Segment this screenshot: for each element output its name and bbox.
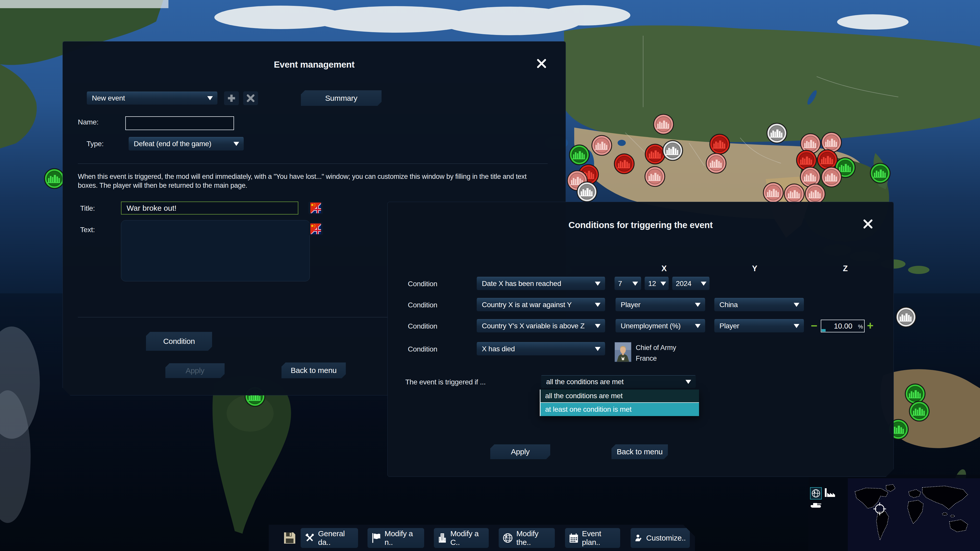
- language-flag-icon[interactable]: [308, 222, 323, 235]
- map-marker-pink[interactable]: [653, 114, 674, 135]
- text-label: Text:: [80, 226, 95, 234]
- chevron-down-icon: [701, 282, 706, 286]
- minimap-world[interactable]: [848, 478, 980, 551]
- close-icon[interactable]: [860, 216, 876, 232]
- map-marker-green[interactable]: [909, 401, 930, 422]
- taskbar-button-label: Customize..: [646, 534, 686, 542]
- map-marker-gray[interactable]: [896, 306, 916, 327]
- trigger-label: The event is triggered if ...: [405, 378, 486, 386]
- minimap-panel: [808, 475, 980, 551]
- map-marker-pink[interactable]: [644, 166, 665, 187]
- divider: [78, 164, 548, 164]
- trigger-select[interactable]: all the conditions are met: [541, 375, 696, 388]
- apply-button[interactable]: Apply: [165, 363, 224, 378]
- country-x-select[interactable]: Player: [615, 298, 705, 311]
- day-value: 7: [618, 279, 622, 288]
- apply-button[interactable]: Apply: [490, 445, 550, 459]
- flag-icon: [372, 532, 381, 544]
- building-icon: [438, 532, 447, 544]
- taskbar-event-planner-button[interactable]: Event plan..: [565, 528, 620, 548]
- map-marker-green[interactable]: [870, 163, 891, 184]
- taskbar-button-label: Event plan..: [582, 529, 616, 547]
- condition-type-select[interactable]: X has died: [476, 342, 605, 356]
- input-handle[interactable]: [821, 329, 826, 332]
- map-marker-red[interactable]: [709, 134, 730, 155]
- map-marker-gray[interactable]: [662, 140, 683, 161]
- month-select[interactable]: 12: [644, 277, 669, 290]
- event-select[interactable]: New event: [86, 92, 218, 105]
- map-marker-red[interactable]: [614, 153, 635, 174]
- taskbar-customize-button[interactable]: Customize..: [631, 528, 690, 548]
- condition-type-select[interactable]: Date X has been reached: [476, 277, 605, 290]
- taskbar-general-data-button[interactable]: General da..: [301, 528, 358, 548]
- chevron-down-icon: [794, 324, 799, 328]
- type-select[interactable]: Defeat (end of the game): [128, 137, 244, 151]
- back-to-menu-button[interactable]: Back to menu: [282, 362, 346, 378]
- country-y-select[interactable]: China: [714, 298, 804, 311]
- map-marker-pink[interactable]: [763, 182, 784, 203]
- chevron-down-icon: [632, 282, 638, 286]
- factory-view-icon[interactable]: [823, 486, 837, 499]
- year-select[interactable]: 2024: [672, 277, 710, 290]
- name-label: Name:: [78, 118, 99, 126]
- country-select[interactable]: Player: [714, 319, 804, 333]
- language-flag-icon[interactable]: [308, 202, 323, 214]
- close-icon[interactable]: [533, 56, 550, 72]
- trigger-option[interactable]: all the conditions are met: [541, 389, 699, 403]
- map-marker-pink[interactable]: [805, 183, 826, 204]
- person-portrait[interactable]: [614, 342, 632, 362]
- chevron-down-icon: [695, 324, 700, 328]
- delete-icon: [247, 94, 255, 102]
- calendar-icon: [569, 532, 578, 544]
- globe-view-icon[interactable]: [810, 487, 822, 499]
- dialog-title: Conditions for triggering the event: [388, 220, 894, 230]
- map-marker-gray[interactable]: [576, 181, 597, 202]
- person-country: France: [636, 354, 657, 362]
- condition-button[interactable]: Condition: [146, 332, 212, 351]
- variable-select[interactable]: Unemployment (%): [615, 319, 705, 333]
- increase-icon[interactable]: +: [867, 320, 873, 331]
- tank-view-icon[interactable]: [809, 500, 823, 509]
- taskbar-button-label: Modify a n..: [385, 529, 420, 547]
- map-marker-gray[interactable]: [767, 123, 788, 144]
- decrease-icon[interactable]: −: [811, 320, 817, 331]
- delete-event-button[interactable]: [243, 91, 258, 105]
- map-marker-green[interactable]: [569, 144, 590, 165]
- percent-unit: %: [858, 324, 863, 330]
- text-input[interactable]: [121, 220, 310, 281]
- save-button[interactable]: [280, 527, 300, 549]
- taskbar-button-label: Modify a C..: [450, 529, 485, 547]
- country-y-value: China: [719, 301, 738, 309]
- condition-type-select[interactable]: Country X is at war against Y: [476, 298, 605, 311]
- chevron-down-icon: [595, 347, 600, 351]
- condition-row-label: Condition: [408, 301, 438, 309]
- trigger-option[interactable]: at least one condition is met: [541, 403, 699, 416]
- name-input[interactable]: [125, 116, 234, 130]
- map-marker-pink[interactable]: [784, 183, 805, 204]
- add-event-button[interactable]: [224, 91, 239, 105]
- chevron-down-icon: [595, 303, 600, 307]
- title-input[interactable]: [121, 202, 298, 214]
- map-marker-pink[interactable]: [706, 153, 727, 174]
- column-header-x: X: [662, 264, 667, 273]
- country-x-value: Player: [620, 301, 641, 309]
- condition-type-select[interactable]: Country Y's X variable is above Z: [476, 319, 605, 333]
- trigger-value: all the conditions are met: [546, 378, 624, 386]
- map-marker-pink[interactable]: [591, 135, 612, 156]
- condition-row-label: Condition: [408, 345, 438, 353]
- tools-icon: [305, 532, 314, 544]
- variable-value: Unemployment (%): [620, 322, 681, 330]
- taskbar-modify-city-button[interactable]: Modify a C..: [434, 528, 489, 548]
- conditions-dialog: Conditions for triggering the event X Y …: [387, 202, 894, 477]
- summary-button[interactable]: Summary: [301, 90, 382, 106]
- taskbar-modify-nation-button[interactable]: Modify a n..: [368, 528, 424, 548]
- condition-type-value: X has died: [482, 345, 515, 353]
- taskbar-modify-world-button[interactable]: Modify the..: [499, 528, 555, 548]
- day-select[interactable]: 7: [614, 277, 641, 290]
- map-marker-green[interactable]: [44, 168, 65, 189]
- type-label: Type:: [86, 140, 103, 148]
- column-header-y: Y: [752, 264, 757, 273]
- back-to-menu-button[interactable]: Back to menu: [611, 445, 668, 459]
- chevron-down-icon: [686, 380, 691, 384]
- person-title: Chief of Army: [636, 344, 676, 352]
